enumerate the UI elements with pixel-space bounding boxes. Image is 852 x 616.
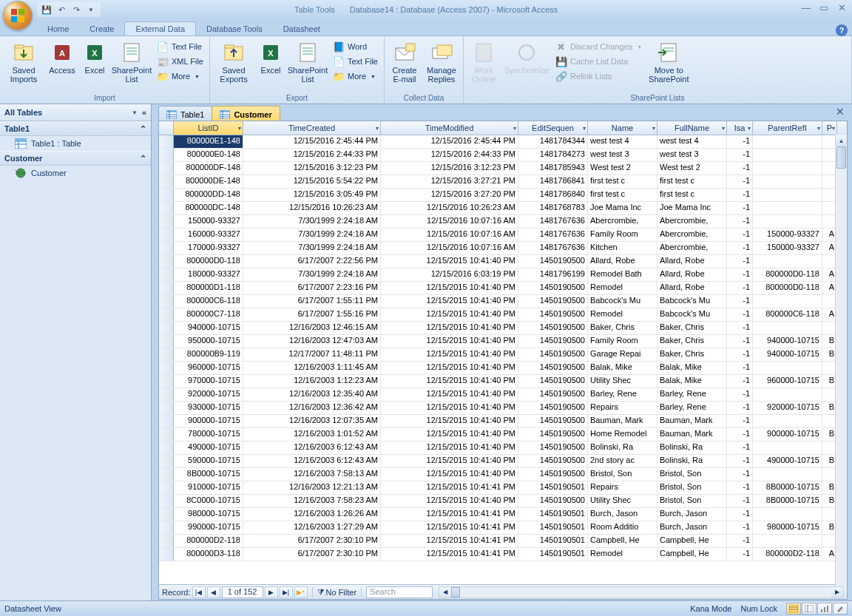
cell[interactable]: 590000-10715 [174,455,243,467]
cell[interactable]: 12/15/2016 10:07:16 AM [381,229,518,241]
design-view-button[interactable] [833,603,848,615]
cell[interactable]: 6/17/2007 1:55:11 PM [243,295,381,308]
table-row[interactable]: 940000-1071512/16/2003 12:46:15 AM12/15/… [159,322,847,335]
cell[interactable]: 1481784273 [518,149,588,161]
cell[interactable]: Bristol, Son [588,468,657,481]
cell[interactable]: 12/15/2015 10:41:41 PM [381,548,518,561]
cell[interactable]: -1 [727,441,753,454]
column-header-fullname[interactable]: FullName▾ [657,121,727,135]
cell[interactable]: 12/16/2003 1:27:29 AM [243,521,381,534]
cell[interactable]: -1 [727,135,753,148]
cell[interactable]: 800000C6-118 [753,308,822,321]
import-xml-button[interactable]: 📰XML File [154,54,206,69]
record-position[interactable]: 1 of 152 [222,586,263,598]
cell[interactable]: first test c [657,189,727,201]
cell[interactable]: -1 [727,229,753,241]
row-selector[interactable] [159,388,174,401]
office-button[interactable] [3,1,33,30]
cell[interactable]: first test c [657,175,727,188]
export-text-button[interactable]: 📄Text File [330,54,381,69]
cell[interactable]: 970000-10715 [174,375,243,387]
cell[interactable]: Kitchen [588,242,657,254]
table-row[interactable]: 800000DE-14812/15/2016 5:54:22 PM12/15/2… [159,175,847,189]
column-dropdown-icon[interactable]: ▾ [583,125,586,132]
cell[interactable]: first test c [588,175,657,188]
cell[interactable]: Bristol, Son [657,481,727,494]
cell[interactable]: 1481796199 [518,268,588,281]
manage-replies-button[interactable]: Manage Replies [423,39,460,89]
cell[interactable]: -1 [727,295,753,308]
row-selector[interactable] [159,215,174,228]
cell[interactable]: 8B0000-10715 [753,481,822,494]
row-selector[interactable] [159,282,174,294]
nav-group-table1[interactable]: Table1⌃ [0,121,151,136]
cell[interactable]: 800000D0-118 [753,282,822,294]
cell[interactable]: 1450190500 [518,322,588,334]
cell[interactable]: 12/15/2015 10:41:40 PM [381,375,518,387]
cell[interactable]: 800000DE-148 [174,175,243,188]
cell[interactable]: Home Remodel [588,428,657,441]
cell[interactable]: Room Additio [588,521,657,534]
row-selector[interactable] [159,202,174,214]
saved-imports-button[interactable]: Saved Imports [3,39,44,89]
cell[interactable]: Campbell, He [588,535,657,547]
column-dropdown-icon[interactable]: ▾ [376,125,379,132]
cell[interactable]: 1450190500 [518,282,588,294]
cell[interactable]: West test 2 [588,162,657,175]
table-row[interactable]: 960000-1071512/16/2003 1:11:45 AM12/15/2… [159,362,847,375]
cell[interactable]: 12/16/2003 1:01:52 AM [243,428,381,441]
table-row[interactable]: 930000-1071512/16/2003 12:36:42 AM12/15/… [159,402,847,415]
cell[interactable]: Bolinski, Ra [657,441,727,454]
column-header-name[interactable]: Name▾ [588,121,657,135]
cell[interactable] [753,175,822,188]
column-dropdown-icon[interactable]: ▾ [722,125,725,132]
cell[interactable]: 1481786840 [518,189,588,201]
cell[interactable]: 910000-10715 [174,481,243,494]
cell[interactable]: 12/16/2003 6:12:43 AM [243,455,381,467]
row-selector[interactable] [159,521,174,534]
row-selector[interactable] [159,175,174,188]
table-row[interactable]: 590000-1071512/16/2003 6:12:43 AM12/15/2… [159,455,847,468]
cell[interactable] [753,415,822,427]
save-icon[interactable]: 💾 [40,3,53,16]
cell[interactable]: 12/15/2016 10:26:23 AM [381,202,518,214]
nav-item-table1[interactable]: Table1 : Table [0,136,151,151]
help-icon[interactable]: ? [836,24,848,36]
row-selector[interactable] [159,548,174,561]
cell[interactable]: Abercrombie, [657,229,727,241]
cell[interactable]: 800000D1-118 [174,282,243,294]
cell[interactable]: 1450190501 [518,481,588,494]
cell[interactable]: Barley, Rene [657,402,727,414]
cell[interactable]: 1450190501 [518,535,588,547]
row-selector[interactable] [159,322,174,334]
new-record-button[interactable]: ▶* [294,586,308,598]
cell[interactable]: Bristol, Son [657,495,727,507]
cell[interactable]: 1450190500 [518,308,588,321]
cell[interactable]: Joe Mama Inc [657,202,727,214]
column-header-timemodified[interactable]: TimeModified▾ [381,121,518,135]
cell[interactable]: 2nd story ac [588,455,657,467]
create-email-button[interactable]: Create E-mail [388,39,422,89]
column-dropdown-icon[interactable]: ▾ [513,125,516,132]
cell[interactable]: -1 [727,335,753,348]
cell[interactable]: west test 4 [657,135,727,148]
cell[interactable]: 1450190500 [518,415,588,427]
table-row[interactable]: 800000C7-1186/17/2007 1:55:16 PM12/15/20… [159,308,847,322]
cell[interactable]: Babcock's Mu [588,295,657,308]
work-online-button[interactable]: Work Online [467,39,501,89]
cell[interactable]: -1 [727,149,753,161]
cell[interactable]: 12/15/2016 10:07:16 AM [381,242,518,254]
cell[interactable]: 12/15/2016 2:45:44 PM [243,135,381,148]
cell[interactable]: 960000-10715 [174,362,243,374]
cell[interactable]: 12/15/2015 10:41:41 PM [381,481,518,494]
cell[interactable] [753,362,822,374]
cell[interactable]: 1450190501 [518,508,588,521]
cell[interactable]: West test 2 [657,162,727,175]
cell[interactable]: Campbell, He [657,535,727,547]
table-row[interactable]: 8C0000-1071512/16/2003 7:58:23 AM12/15/2… [159,495,847,508]
cell[interactable]: 7/30/1999 2:24:18 AM [243,268,381,281]
cell[interactable] [753,322,822,334]
cell[interactable]: 800000DF-148 [174,162,243,175]
cell[interactable]: Repairs [588,402,657,414]
table-row[interactable]: 170000-933277/30/1999 2:24:18 AM12/15/20… [159,242,847,255]
